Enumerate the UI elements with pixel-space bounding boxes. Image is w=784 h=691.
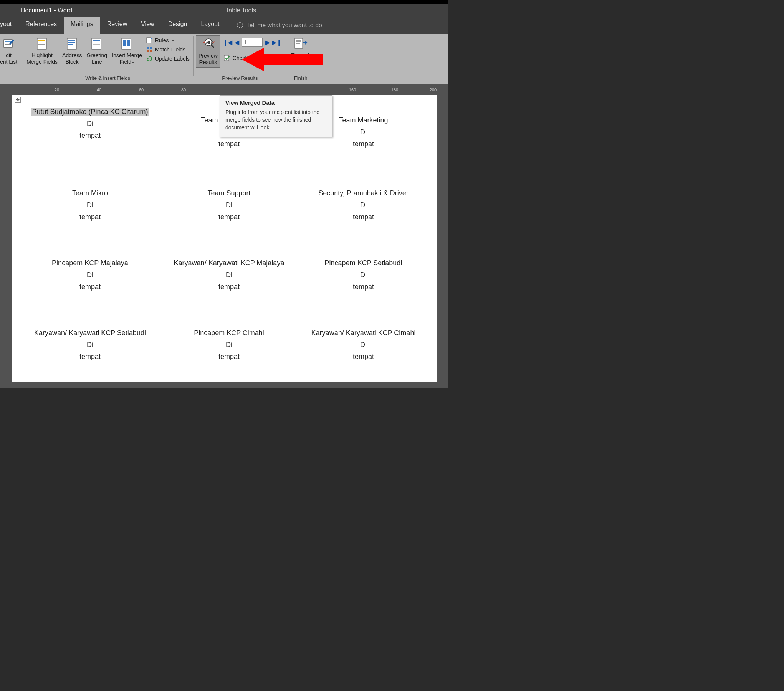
label-line3: tempat [302,353,425,361]
label-name: Pincapem KCP Majalaya [24,259,156,267]
label-cell[interactable]: Karyawan/ Karyawati KCP MajalayaDitempat [159,242,299,312]
document-page[interactable]: ✥ Putut Sudjatmoko (Pinca KC Citarum)Dit… [12,95,437,382]
tell-me-box[interactable]: Tell me what you want to do [226,17,322,34]
insert-merge-field-button[interactable]: Insert Merge Field▾ [109,35,144,67]
ribbon-tabs: yout References Mailings Review View Des… [0,17,448,34]
label-cell[interactable]: Karyawan/ Karyawati KCP SetiabudiDitempa… [21,312,159,382]
caret-icon: ▾ [132,60,134,64]
svg-rect-22 [127,43,130,46]
svg-rect-7 [38,44,45,45]
svg-rect-1 [5,41,11,42]
horizontal-ruler[interactable]: 20 40 60 80 160 180 200 [0,84,448,95]
tab-review[interactable]: Review [100,17,134,34]
tell-me-text: Tell me what you want to do [246,22,322,29]
labels-table[interactable]: Putut Sudjatmoko (Pinca KC Citarum)Ditem… [21,102,428,382]
address-block-button[interactable]: Address Block [60,35,84,67]
label-line2: Di [24,120,156,128]
label-cell[interactable]: Team SupportDitempat [159,172,299,242]
greeting-icon [90,37,104,51]
svg-text:ABC: ABC [206,41,213,45]
label-line3: tempat [24,213,156,221]
tab-table-layout[interactable]: Layout [194,17,226,34]
table-move-handle[interactable]: ✥ [15,97,21,103]
highlight-icon [35,37,49,51]
label-name: Karyawan/ Karyawati KCP Cimahi [302,329,425,337]
bulb-icon [237,22,243,28]
edit-list-icon [2,37,16,51]
next-record-button[interactable]: ▶ [263,38,272,46]
label-line3: tempat [162,140,296,148]
label-line2: Di [302,341,425,349]
label-line2: Di [302,271,425,279]
label-line3: tempat [162,213,296,221]
tab-mailings[interactable]: Mailings [64,17,100,34]
check-errors-button[interactable]: Check for Errors [223,55,281,61]
label-name: Karyawan/ Karyawati KCP Setiabudi [24,329,156,337]
group-finish: Finish & Merge▾ Finish [286,34,315,84]
last-record-button[interactable]: ▶❙ [273,38,281,46]
group-label-finish: Finish [294,75,308,81]
update-labels-button[interactable]: Update Labels [146,55,190,62]
label-line2: Di [24,201,156,209]
label-cell[interactable]: Pincapem KCP MajalayaDitempat [21,242,159,312]
label-line2: Di [162,271,296,279]
label-cell[interactable]: Pincapem KCP CimahiDitempat [159,312,299,382]
label-line2: Di [24,271,156,279]
context-tab-title: Table Tools [225,7,448,14]
label-line3: tempat [302,213,425,221]
rules-icon [146,37,153,44]
title-bar: Document1 - Word Table Tools [0,4,448,17]
insert-merge-field-icon [120,37,134,51]
label-name: Pincapem KCP Cimahi [162,329,296,337]
tab-references[interactable]: References [18,17,64,34]
svg-rect-11 [68,42,75,43]
label-name: Pincapem KCP Setiabudi [302,259,425,267]
label-name: Karyawan/ Karyawati KCP Majalaya [162,259,296,267]
svg-rect-19 [123,40,126,43]
svg-rect-6 [38,43,45,43]
label-cell[interactable]: Team MikroDitempat [21,172,159,242]
match-fields-button[interactable]: Match Fields [146,46,190,53]
label-line2: Di [162,341,296,349]
svg-rect-14 [93,40,100,41]
svg-rect-10 [68,40,75,41]
label-cell[interactable]: Putut Sudjatmoko (Pinca KC Citarum)Ditem… [21,102,159,172]
ribbon: dit ent List Highlight Merge Fields Addr… [0,34,448,84]
label-line3: tempat [162,353,296,361]
svg-rect-27 [150,50,152,52]
label-cell[interactable]: Pincapem KCP SetiabudiDitempat [299,242,428,312]
preview-results-button[interactable]: «»ABC Preview Results [196,35,220,68]
highlight-merge-fields-button[interactable]: Highlight Merge Fields [24,35,60,67]
rules-button[interactable]: Rules▾ [146,37,190,44]
tooltip-body: Plug info from your recipient list into … [225,108,327,131]
tab-layout-partial[interactable]: yout [0,17,18,34]
caret-icon: ▾ [308,60,309,64]
check-errors-icon [223,55,230,61]
match-fields-icon [146,46,153,53]
tooltip-title: View Merged Data [225,99,327,106]
greeting-line-button[interactable]: Greeting Line [84,35,109,67]
svg-rect-25 [150,47,152,49]
group-preview-results: «»ABC Preview Results ❙◀ ◀ ▶ ▶❙ Check fo… [194,34,286,84]
svg-rect-12 [68,44,73,45]
group-label-preview: Preview Results [222,75,258,81]
first-record-button[interactable]: ❙◀ [223,38,232,46]
tab-view[interactable]: View [134,17,161,34]
caret-icon: ▾ [172,38,174,43]
record-number-input[interactable] [242,38,263,47]
address-icon [65,37,79,51]
label-cell[interactable]: Karyawan/ Karyawati KCP CimahiDitempat [299,312,428,382]
label-line2: Di [162,201,296,209]
svg-rect-35 [296,40,301,41]
finish-merge-button[interactable]: Finish & Merge▾ [289,35,313,67]
svg-rect-20 [127,40,130,43]
svg-rect-36 [296,41,301,42]
label-line3: tempat [24,353,156,361]
document-title: Document1 - Word [21,7,72,14]
svg-rect-15 [93,43,100,43]
tab-design[interactable]: Design [161,17,194,34]
edit-recipient-list-button[interactable]: dit ent List [0,35,20,67]
label-cell[interactable]: Security, Pramubakti & DriverDitempat [299,172,428,242]
finish-merge-icon [294,37,308,51]
prev-record-button[interactable]: ◀ [233,38,241,46]
